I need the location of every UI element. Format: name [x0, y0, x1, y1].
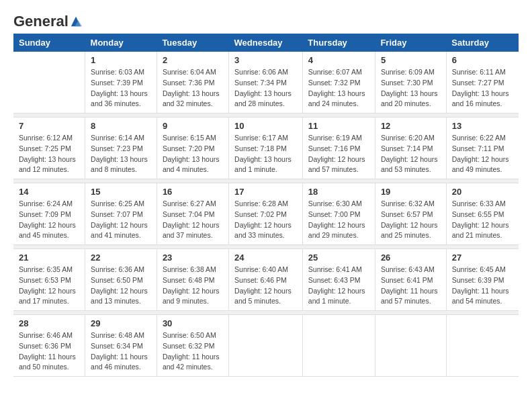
day-info: Sunrise: 6:12 AMSunset: 7:25 PMDaylight:…: [19, 133, 79, 175]
day-info: Sunrise: 6:33 AMSunset: 6:55 PMDaylight:…: [452, 199, 513, 241]
day-number: 21: [19, 253, 79, 263]
day-cell: 4Sunrise: 6:07 AMSunset: 7:32 PMDaylight…: [302, 52, 375, 113]
day-number: 23: [163, 253, 223, 263]
day-cell: [13, 52, 85, 113]
day-info: Sunrise: 6:45 AMSunset: 6:39 PMDaylight:…: [452, 265, 513, 307]
logo-text: General: [13, 13, 69, 30]
day-number: 9: [163, 121, 223, 131]
day-cell: 19Sunrise: 6:32 AMSunset: 6:57 PMDayligh…: [375, 183, 446, 245]
week-row-4: 21Sunrise: 6:35 AMSunset: 6:53 PMDayligh…: [13, 249, 519, 311]
day-cell: 3Sunrise: 6:06 AMSunset: 7:34 PMDaylight…: [229, 52, 303, 113]
day-number: 1: [91, 55, 151, 65]
logo: General: [13, 13, 82, 27]
day-cell: 7Sunrise: 6:12 AMSunset: 7:25 PMDaylight…: [13, 118, 85, 179]
day-cell: 12Sunrise: 6:20 AMSunset: 7:14 PMDayligh…: [375, 118, 446, 179]
day-number: 17: [234, 187, 297, 197]
day-cell: 13Sunrise: 6:22 AMSunset: 7:11 PMDayligh…: [446, 118, 519, 179]
day-info: Sunrise: 6:40 AMSunset: 6:46 PMDaylight:…: [234, 265, 297, 307]
calendar-header: SundayMondayTuesdayWednesdayThursdayFrid…: [13, 34, 519, 52]
day-cell: 8Sunrise: 6:14 AMSunset: 7:23 PMDaylight…: [85, 118, 157, 179]
day-info: Sunrise: 6:30 AMSunset: 7:00 PMDaylight:…: [308, 199, 369, 241]
day-info: Sunrise: 6:22 AMSunset: 7:11 PMDaylight:…: [452, 133, 513, 175]
header-day-friday: Friday: [375, 34, 446, 52]
day-cell: 26Sunrise: 6:43 AMSunset: 6:41 PMDayligh…: [375, 249, 446, 311]
header-day-sunday: Sunday: [13, 34, 85, 52]
day-info: Sunrise: 6:25 AMSunset: 7:07 PMDaylight:…: [91, 199, 151, 241]
calendar-table: SundayMondayTuesdayWednesdayThursdayFrid…: [13, 34, 519, 377]
day-cell: [446, 315, 519, 377]
day-number: 14: [19, 187, 79, 197]
day-info: Sunrise: 6:41 AMSunset: 6:43 PMDaylight:…: [308, 265, 369, 307]
day-cell: 9Sunrise: 6:15 AMSunset: 7:20 PMDaylight…: [157, 118, 228, 179]
day-cell: [375, 315, 446, 377]
day-number: 30: [163, 318, 223, 328]
week-row-3: 14Sunrise: 6:24 AMSunset: 7:09 PMDayligh…: [13, 183, 519, 245]
day-number: 20: [452, 187, 513, 197]
header-day-thursday: Thursday: [302, 34, 375, 52]
day-info: Sunrise: 6:15 AMSunset: 7:20 PMDaylight:…: [163, 133, 223, 175]
day-cell: 1Sunrise: 6:03 AMSunset: 7:39 PMDaylight…: [85, 52, 157, 113]
day-number: 25: [308, 253, 369, 263]
day-cell: 11Sunrise: 6:19 AMSunset: 7:16 PMDayligh…: [302, 118, 375, 179]
day-info: Sunrise: 6:03 AMSunset: 7:39 PMDaylight:…: [91, 67, 151, 109]
day-info: Sunrise: 6:11 AMSunset: 7:27 PMDaylight:…: [452, 67, 513, 109]
day-info: Sunrise: 6:43 AMSunset: 6:41 PMDaylight:…: [381, 265, 441, 307]
day-info: Sunrise: 6:48 AMSunset: 6:34 PMDaylight:…: [91, 330, 151, 373]
day-number: 28: [19, 318, 79, 328]
header-day-wednesday: Wednesday: [229, 34, 303, 52]
header-day-monday: Monday: [85, 34, 157, 52]
day-info: Sunrise: 6:27 AMSunset: 7:04 PMDaylight:…: [163, 199, 223, 241]
header-day-tuesday: Tuesday: [157, 34, 228, 52]
day-info: Sunrise: 6:14 AMSunset: 7:23 PMDaylight:…: [91, 133, 151, 175]
day-info: Sunrise: 6:24 AMSunset: 7:09 PMDaylight:…: [19, 199, 79, 241]
day-info: Sunrise: 6:32 AMSunset: 6:57 PMDaylight:…: [381, 199, 441, 241]
day-number: 19: [381, 187, 441, 197]
logo-icon: [70, 15, 82, 28]
day-number: 15: [91, 187, 151, 197]
header-day-saturday: Saturday: [446, 34, 519, 52]
day-number: 27: [452, 253, 513, 263]
day-info: Sunrise: 6:06 AMSunset: 7:34 PMDaylight:…: [234, 67, 297, 109]
day-cell: 29Sunrise: 6:48 AMSunset: 6:34 PMDayligh…: [85, 315, 157, 377]
day-cell: 17Sunrise: 6:28 AMSunset: 7:02 PMDayligh…: [229, 183, 303, 245]
week-row-2: 7Sunrise: 6:12 AMSunset: 7:25 PMDaylight…: [13, 118, 519, 179]
day-number: 6: [452, 55, 513, 65]
day-number: 18: [308, 187, 369, 197]
day-cell: 18Sunrise: 6:30 AMSunset: 7:00 PMDayligh…: [302, 183, 375, 245]
day-cell: 30Sunrise: 6:50 AMSunset: 6:32 PMDayligh…: [157, 315, 228, 377]
day-number: 4: [308, 55, 369, 65]
day-info: Sunrise: 6:19 AMSunset: 7:16 PMDaylight:…: [308, 133, 369, 175]
day-info: Sunrise: 6:38 AMSunset: 6:48 PMDaylight:…: [163, 265, 223, 307]
day-info: Sunrise: 6:35 AMSunset: 6:53 PMDaylight:…: [19, 265, 79, 307]
day-cell: [229, 315, 303, 377]
day-info: Sunrise: 6:46 AMSunset: 6:36 PMDaylight:…: [19, 330, 79, 373]
week-row-5: 28Sunrise: 6:46 AMSunset: 6:36 PMDayligh…: [13, 315, 519, 377]
day-number: 22: [91, 253, 151, 263]
day-cell: 21Sunrise: 6:35 AMSunset: 6:53 PMDayligh…: [13, 249, 85, 311]
day-cell: 2Sunrise: 6:04 AMSunset: 7:36 PMDaylight…: [157, 52, 228, 113]
day-cell: 10Sunrise: 6:17 AMSunset: 7:18 PMDayligh…: [229, 118, 303, 179]
day-cell: 24Sunrise: 6:40 AMSunset: 6:46 PMDayligh…: [229, 249, 303, 311]
day-number: 16: [163, 187, 223, 197]
day-number: 10: [234, 121, 297, 131]
day-info: Sunrise: 6:17 AMSunset: 7:18 PMDaylight:…: [234, 133, 297, 175]
day-cell: 5Sunrise: 6:09 AMSunset: 7:30 PMDaylight…: [375, 52, 446, 113]
day-cell: 15Sunrise: 6:25 AMSunset: 7:07 PMDayligh…: [85, 183, 157, 245]
header-row: SundayMondayTuesdayWednesdayThursdayFrid…: [13, 34, 519, 52]
day-number: 7: [19, 121, 79, 131]
day-cell: 23Sunrise: 6:38 AMSunset: 6:48 PMDayligh…: [157, 249, 228, 311]
day-number: 12: [381, 121, 441, 131]
day-number: 29: [91, 318, 151, 328]
day-cell: 28Sunrise: 6:46 AMSunset: 6:36 PMDayligh…: [13, 315, 85, 377]
day-info: Sunrise: 6:20 AMSunset: 7:14 PMDaylight:…: [381, 133, 441, 175]
day-number: 24: [234, 253, 297, 263]
day-info: Sunrise: 6:09 AMSunset: 7:30 PMDaylight:…: [381, 67, 441, 109]
day-number: 3: [234, 55, 297, 65]
calendar-body: 1Sunrise: 6:03 AMSunset: 7:39 PMDaylight…: [13, 52, 519, 377]
day-info: Sunrise: 6:07 AMSunset: 7:32 PMDaylight:…: [308, 67, 369, 109]
day-cell: 22Sunrise: 6:36 AMSunset: 6:50 PMDayligh…: [85, 249, 157, 311]
day-info: Sunrise: 6:28 AMSunset: 7:02 PMDaylight:…: [234, 199, 297, 241]
day-info: Sunrise: 6:36 AMSunset: 6:50 PMDaylight:…: [91, 265, 151, 307]
day-cell: 6Sunrise: 6:11 AMSunset: 7:27 PMDaylight…: [446, 52, 519, 113]
day-info: Sunrise: 6:04 AMSunset: 7:36 PMDaylight:…: [163, 67, 223, 109]
